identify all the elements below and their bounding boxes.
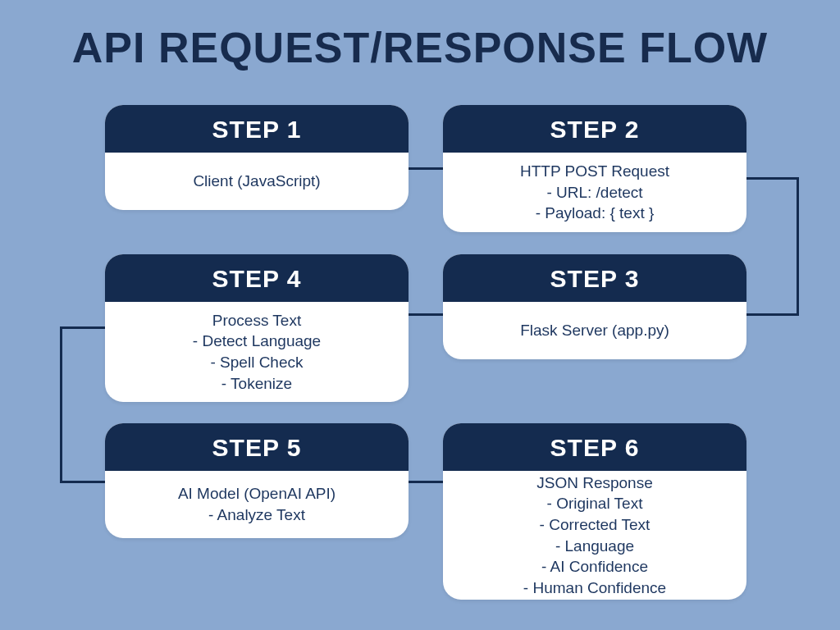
step-body: Process Text- Detect Language- Spell Che…: [105, 302, 409, 402]
step-line: AI Model (OpenAI API): [178, 483, 336, 504]
step-card-1: STEP 1Client (JavaScript): [105, 105, 409, 210]
step-line: - Language: [555, 536, 634, 557]
step-line: - Spell Check: [211, 352, 304, 373]
step-body: Flask Server (app.py): [443, 302, 746, 359]
diagram-title: API REQUEST/RESPONSE FLOW: [0, 0, 840, 80]
step-line: - Analyze Text: [208, 504, 305, 526]
step-line: - URL: /detect: [546, 182, 642, 203]
step-line: - Detect Language: [193, 331, 321, 352]
step-card-4: STEP 3Flask Server (app.py): [443, 254, 746, 359]
step-line: - Tokenize: [221, 373, 292, 395]
step-label: STEP 6: [443, 423, 746, 471]
connector-0: [409, 167, 443, 170]
connector-3: [746, 313, 799, 316]
step-label: STEP 5: [105, 423, 409, 471]
connector-8: [409, 481, 443, 483]
step-line: Process Text: [212, 310, 301, 331]
diagram-canvas: STEP 1Client (JavaScript)STEP 2HTTP POST…: [0, 80, 840, 622]
connector-7: [60, 481, 105, 483]
step-card-2: STEP 2HTTP POST Request- URL: /detect- P…: [443, 105, 746, 232]
connector-6: [60, 326, 62, 481]
step-line: Flask Server (app.py): [520, 320, 669, 341]
connector-2: [797, 177, 799, 313]
step-card-5: STEP 5AI Model (OpenAI API)- Analyze Tex…: [105, 423, 409, 538]
step-body: HTTP POST Request- URL: /detect- Payload…: [443, 153, 746, 232]
step-line: Client (JavaScript): [193, 171, 320, 192]
step-label: STEP 4: [105, 254, 409, 302]
step-line: - Payload: { text }: [536, 203, 655, 224]
step-body: Client (JavaScript): [105, 153, 409, 210]
step-body: JSON Response- Original Text- Corrected …: [443, 471, 746, 600]
connector-5: [60, 326, 105, 329]
step-card-3: STEP 4Process Text- Detect Language- Spe…: [105, 254, 409, 402]
step-line: - Human Confidence: [523, 578, 666, 599]
step-line: - Original Text: [547, 493, 643, 514]
step-line: JSON Response: [536, 472, 653, 494]
step-line: HTTP POST Request: [520, 161, 669, 182]
step-body: AI Model (OpenAI API)- Analyze Text: [105, 471, 409, 538]
step-line: - AI Confidence: [541, 556, 648, 578]
connector-1: [746, 177, 799, 180]
step-label: STEP 2: [443, 105, 746, 153]
step-line: - Corrected Text: [540, 514, 651, 536]
step-label: STEP 1: [105, 105, 409, 153]
step-card-6: STEP 6JSON Response- Original Text- Corr…: [443, 423, 746, 600]
step-label: STEP 3: [443, 254, 746, 302]
connector-4: [409, 313, 443, 316]
